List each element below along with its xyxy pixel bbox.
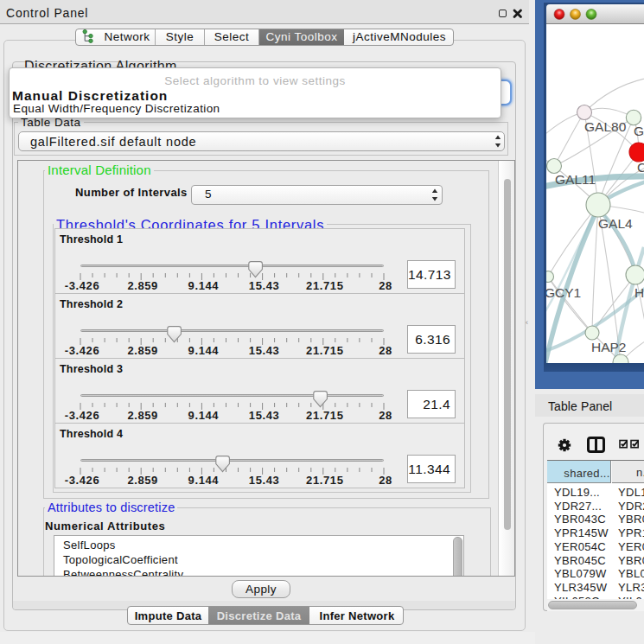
svg-text:GAL11: GAL11 xyxy=(555,172,596,187)
svg-text:GCY1: GCY1 xyxy=(546,285,581,300)
svg-text:CRP1: CRP1 xyxy=(637,160,644,175)
svg-text:GAL4: GAL4 xyxy=(598,216,633,231)
svg-text:HAP2: HAP2 xyxy=(591,340,627,354)
svg-text:GAL80: GAL80 xyxy=(584,119,627,134)
svg-text:HAP1: HAP1 xyxy=(634,285,644,300)
svg-text:GAL2: GAL2 xyxy=(634,124,644,138)
